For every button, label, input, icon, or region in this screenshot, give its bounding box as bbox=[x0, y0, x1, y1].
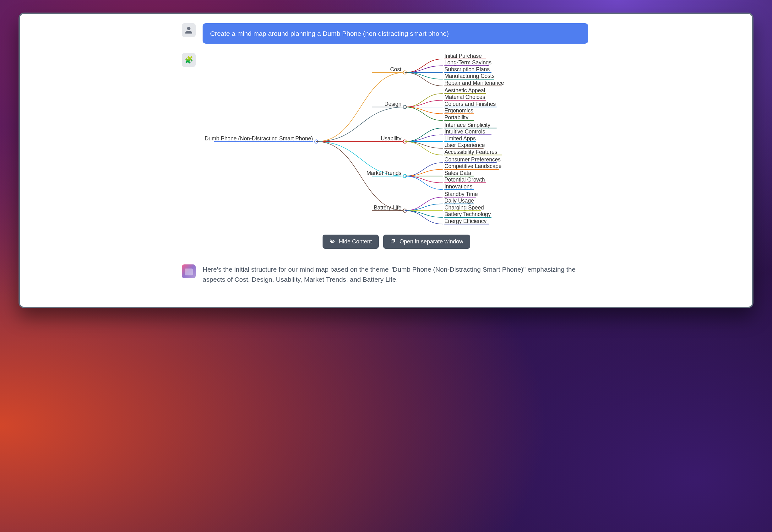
open-window-button[interactable]: Open in separate window bbox=[383, 235, 470, 249]
person-icon bbox=[185, 26, 193, 34]
hide-content-label: Hide Content bbox=[339, 238, 372, 245]
puzzle-icon: 🧩 bbox=[185, 56, 193, 64]
mindmap-node-label: Charging Speed bbox=[444, 204, 484, 211]
mindmap-node-label: Material Choices bbox=[444, 94, 485, 100]
tool-avatar: 🧩 bbox=[182, 53, 196, 67]
mindmap-node-label: Long-Term Savings bbox=[444, 60, 492, 66]
mindmap-node-label: Ergonomics bbox=[444, 108, 473, 114]
mindmap-buttons: Hide Content Open in separate window bbox=[203, 235, 590, 249]
mindmap-node-label: Daily Usage bbox=[444, 198, 474, 204]
mindmap-node-label: Innovations bbox=[444, 183, 472, 190]
assistant-avatar bbox=[182, 264, 196, 278]
eye-off-icon bbox=[329, 239, 335, 244]
mindmap-node-label: Battery Technology bbox=[444, 211, 491, 217]
assistant-message-text: Here's the initial structure for our min… bbox=[203, 264, 590, 285]
mindmap-node-label: Design bbox=[384, 101, 401, 107]
mindmap-node-label: Usability bbox=[381, 135, 401, 142]
mindmap-node-label: Potential Growth bbox=[444, 176, 485, 183]
mindmap-node-label: Competitive Landscape bbox=[444, 163, 502, 170]
mindmap-node-label: Limited Apps bbox=[444, 135, 476, 142]
mindmap-node-label: Portability bbox=[444, 114, 469, 121]
chat-area: Create a mind map around planning a Dumb… bbox=[182, 23, 590, 285]
mindmap-node-label: Battery Life bbox=[374, 204, 401, 211]
mindmap-node-label: Initial Purchase bbox=[444, 53, 482, 59]
mindmap-svg: Dumb Phone (Non-Distracting Smart Phone)… bbox=[203, 53, 590, 230]
tool-output-block: Dumb Phone (Non-Distracting Smart Phone)… bbox=[203, 53, 590, 248]
mindmap-node-label: Accessibility Features bbox=[444, 149, 497, 155]
mindmap-node-label: Consumer Preferences bbox=[444, 156, 501, 163]
mindmap-canvas[interactable]: Dumb Phone (Non-Distracting Smart Phone)… bbox=[203, 53, 590, 231]
tool-output-row: 🧩 Dumb Phone (Non-Distracting Smart Phon… bbox=[182, 53, 590, 248]
mindmap-node-label: Energy Efficiency bbox=[444, 218, 487, 224]
app-window: Create a mind map around planning a Dumb… bbox=[19, 13, 753, 308]
mindmap-node-label: Intuitive Controls bbox=[444, 129, 485, 135]
mindmap-node-label: Aesthetic Appeal bbox=[444, 87, 485, 94]
user-message-row: Create a mind map around planning a Dumb… bbox=[182, 23, 590, 44]
windows-icon bbox=[390, 239, 396, 244]
mindmap-node-label: Dumb Phone (Non-Distracting Smart Phone) bbox=[205, 135, 313, 142]
hide-content-button[interactable]: Hide Content bbox=[323, 235, 379, 249]
assistant-message-row: Here's the initial structure for our min… bbox=[182, 264, 590, 285]
user-message-text: Create a mind map around planning a Dumb… bbox=[210, 30, 449, 37]
mindmap-node-label: Cost bbox=[390, 66, 401, 73]
mindmap-node-label: Standby Time bbox=[444, 191, 478, 197]
mindmap-node-label: Interface Simplicity bbox=[444, 122, 490, 128]
mindmap-node-label: Market Trends bbox=[367, 170, 402, 176]
mindmap-node-label: Repair and Maintenance bbox=[444, 80, 504, 86]
user-avatar bbox=[182, 23, 196, 37]
mindmap-node-label: Sales Data bbox=[444, 170, 471, 176]
desktop-background: Create a mind map around planning a Dumb… bbox=[0, 0, 772, 532]
mindmap-node-label: Manufacturing Costs bbox=[444, 73, 495, 79]
mindmap-node-label: User Experience bbox=[444, 142, 485, 148]
user-message-bubble: Create a mind map around planning a Dumb… bbox=[203, 23, 588, 44]
mindmap-node-label: Colours and Finishes bbox=[444, 101, 496, 107]
open-window-label: Open in separate window bbox=[400, 238, 463, 245]
mindmap-node-label: Subscription Plans bbox=[444, 66, 490, 73]
